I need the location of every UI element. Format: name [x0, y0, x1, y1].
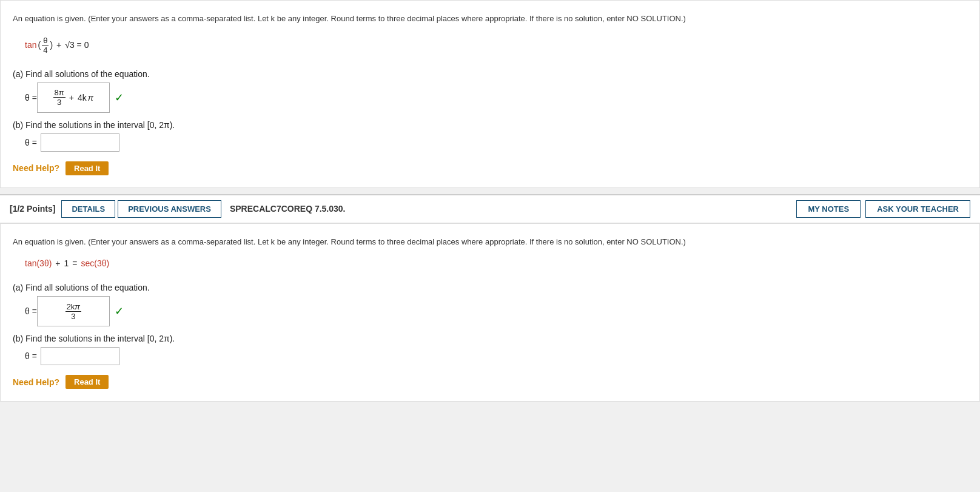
- problem2-part-a-checkmark: ✓: [115, 305, 124, 318]
- problem2-section: An equation is given. (Enter your answer…: [0, 223, 980, 402]
- problem2-part-b-row: θ =: [25, 347, 961, 365]
- problem2-part-b-label: (b) Find the solutions in the interval […: [13, 334, 961, 343]
- problem1-instruction: An equation is given. (Enter your answer…: [13, 13, 961, 25]
- points-label: [1/2 Points]: [10, 204, 55, 214]
- header-right-buttons: MY NOTES ASK YOUR TEACHER: [796, 200, 970, 218]
- problem2-part-a-box: 2kπ 3: [37, 296, 110, 326]
- tan-function-2: tan(3θ): [25, 258, 52, 268]
- problem1-section: An equation is given. (Enter your answer…: [0, 0, 980, 188]
- theta-over-4: θ 4: [42, 36, 49, 55]
- problem2-read-it-button[interactable]: Read It: [65, 375, 109, 389]
- problem1-part-a-box: 8π 3 + 4kπ: [37, 83, 110, 113]
- problem1-part-b-input[interactable]: [41, 133, 119, 152]
- problem2-need-help: Need Help? Read It: [13, 375, 961, 389]
- problem1-part-a-checkmark: ✓: [115, 91, 124, 104]
- problem1-need-help: Need Help? Read It: [13, 161, 961, 175]
- sec-function: sec(3θ): [81, 258, 110, 268]
- tan-function: tan: [25, 40, 36, 50]
- previous-answers-button[interactable]: PREVIOUS ANSWERS: [118, 200, 221, 218]
- problem-id: SPRECALC7COREQ 7.5.030.: [230, 204, 797, 214]
- problem1-part-b-label: (b) Find the solutions in the interval […: [13, 120, 961, 130]
- ask-teacher-button[interactable]: ASK YOUR TEACHER: [865, 200, 970, 218]
- problem2-need-help-label: Need Help?: [13, 377, 59, 387]
- problem2-header: [1/2 Points] DETAILS PREVIOUS ANSWERS SP…: [0, 194, 980, 223]
- problem1-part-a-label: (a) Find all solutions of the equation.: [13, 69, 961, 79]
- details-button[interactable]: DETAILS: [61, 200, 115, 218]
- problem2-part-a-row: θ = 2kπ 3 ✓: [25, 296, 961, 326]
- problem2-instruction: An equation is given. (Enter your answer…: [13, 236, 961, 248]
- problem1-part-a-row: θ = 8π 3 + 4kπ ✓: [25, 83, 961, 113]
- problem1-read-it-button[interactable]: Read It: [65, 161, 109, 175]
- problem1-need-help-label: Need Help?: [13, 163, 59, 173]
- problem1-part-b-row: θ =: [25, 133, 961, 152]
- my-notes-button[interactable]: MY NOTES: [796, 200, 861, 218]
- problem2-equation: tan(3θ) + 1 = sec(3θ): [25, 258, 109, 268]
- problem1-equation: tan ( θ 4 ) + √3 = 0: [25, 36, 89, 55]
- problem2-part-a-label: (a) Find all solutions of the equation.: [13, 283, 961, 292]
- problem2-part-b-input[interactable]: [41, 347, 119, 365]
